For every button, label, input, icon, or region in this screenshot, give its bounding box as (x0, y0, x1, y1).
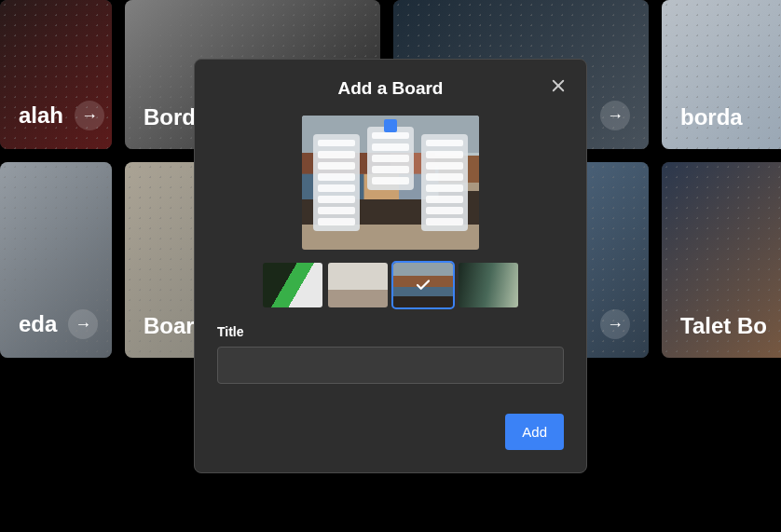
preview-column (367, 127, 414, 190)
title-input[interactable] (217, 347, 564, 384)
bg-option-1[interactable] (263, 263, 322, 307)
close-button[interactable] (547, 75, 569, 97)
modal-overlay: Add a Board (0, 0, 781, 532)
background-selector (217, 263, 564, 307)
close-icon (550, 77, 567, 94)
check-icon (393, 263, 453, 307)
modal-title: Add a Board (217, 78, 564, 99)
board-preview (302, 116, 479, 250)
bg-option-3[interactable] (393, 263, 453, 307)
add-board-modal: Add a Board (194, 59, 587, 473)
bg-option-4[interactable] (459, 263, 518, 307)
preview-column (421, 134, 468, 231)
app-logo-icon (384, 119, 397, 132)
bg-option-2[interactable] (328, 263, 388, 307)
preview-column (313, 134, 360, 231)
add-button[interactable]: Add (505, 414, 564, 450)
title-label: Title (217, 324, 564, 339)
